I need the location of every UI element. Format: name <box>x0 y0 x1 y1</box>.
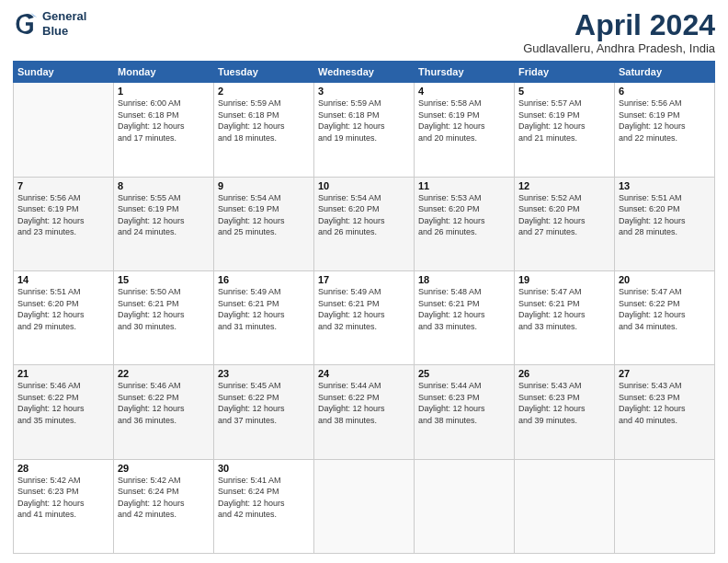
day-number: 14 <box>17 274 109 285</box>
title-block: April 2024 Gudlavalleru, Andhra Pradesh,… <box>523 9 715 55</box>
day-number: 25 <box>418 368 510 379</box>
cell-info: and 26 minutes. <box>318 226 410 238</box>
cell-info: and 19 minutes. <box>318 132 410 144</box>
cell-info: Sunset: 6:19 PM <box>17 203 109 215</box>
day-number: 11 <box>418 180 510 191</box>
cell-info: Sunrise: 5:56 AM <box>619 98 711 109</box>
table-row: 17Sunrise: 5:49 AMSunset: 6:21 PMDayligh… <box>314 270 415 364</box>
cell-info: Sunset: 6:24 PM <box>218 486 310 498</box>
cell-info: Daylight: 12 hours <box>17 403 109 415</box>
cell-info: Sunrise: 5:46 AM <box>17 380 109 392</box>
cell-info: Daylight: 12 hours <box>518 309 610 321</box>
table-row <box>314 459 415 553</box>
cell-info: Daylight: 12 hours <box>118 403 210 415</box>
cell-info: and 18 minutes. <box>218 132 310 144</box>
header-tuesday: Tuesday <box>214 62 314 83</box>
logo-icon <box>13 11 39 37</box>
calendar-week-row: 21Sunrise: 5:46 AMSunset: 6:22 PMDayligh… <box>14 365 715 459</box>
cell-info: and 38 minutes. <box>318 415 410 427</box>
cell-info: and 33 minutes. <box>418 321 510 333</box>
day-number: 15 <box>118 274 210 285</box>
cell-info: Daylight: 12 hours <box>118 121 210 132</box>
day-number: 30 <box>218 463 310 474</box>
cell-info: Daylight: 12 hours <box>619 121 711 132</box>
cell-info: Sunset: 6:19 PM <box>418 109 510 121</box>
cell-info: and 21 minutes. <box>518 132 610 144</box>
table-row: 8Sunrise: 5:55 AMSunset: 6:19 PMDaylight… <box>114 177 214 270</box>
header-saturday: Saturday <box>615 62 715 83</box>
cell-info: and 26 minutes. <box>418 226 510 238</box>
cell-info: Daylight: 12 hours <box>518 403 610 415</box>
cell-info: Sunrise: 5:50 AM <box>118 286 210 298</box>
table-row: 1Sunrise: 6:00 AMSunset: 6:18 PMDaylight… <box>114 83 214 177</box>
cell-info: and 24 minutes. <box>118 226 210 238</box>
month-title: April 2024 <box>523 9 715 41</box>
cell-info: Daylight: 12 hours <box>118 498 210 510</box>
cell-info: Daylight: 12 hours <box>418 121 510 132</box>
table-row: 14Sunrise: 5:51 AMSunset: 6:20 PMDayligh… <box>14 270 114 364</box>
day-number: 3 <box>318 86 410 97</box>
cell-info: Sunset: 6:19 PM <box>619 109 711 121</box>
table-row: 29Sunrise: 5:42 AMSunset: 6:24 PMDayligh… <box>114 459 214 553</box>
cell-info: Sunset: 6:22 PM <box>17 392 109 404</box>
cell-info: Sunrise: 6:00 AM <box>118 98 210 109</box>
cell-info: Sunset: 6:20 PM <box>518 203 610 215</box>
cell-info: Daylight: 12 hours <box>318 215 410 227</box>
day-number: 23 <box>218 368 310 379</box>
header-wednesday: Wednesday <box>314 62 415 83</box>
page: GeneralBlue April 2024 Gudlavalleru, And… <box>0 0 728 563</box>
day-number: 7 <box>17 180 109 191</box>
cell-info: Sunset: 6:18 PM <box>318 109 410 121</box>
cell-info: Daylight: 12 hours <box>619 403 711 415</box>
cell-info: Daylight: 12 hours <box>218 309 310 321</box>
header-friday: Friday <box>515 62 615 83</box>
cell-info: Sunrise: 5:44 AM <box>318 380 410 392</box>
cell-info: Daylight: 12 hours <box>619 309 711 321</box>
day-number: 4 <box>418 86 510 97</box>
cell-info: Daylight: 12 hours <box>118 309 210 321</box>
table-row <box>615 459 715 553</box>
cell-info: Daylight: 12 hours <box>218 121 310 132</box>
table-row: 23Sunrise: 5:45 AMSunset: 6:22 PMDayligh… <box>214 365 314 459</box>
cell-info: Sunrise: 5:43 AM <box>619 380 711 392</box>
header: GeneralBlue April 2024 Gudlavalleru, And… <box>13 9 715 55</box>
cell-info: Sunset: 6:22 PM <box>218 392 310 404</box>
cell-info: Daylight: 12 hours <box>118 215 210 227</box>
day-number: 5 <box>518 86 610 97</box>
logo-text: GeneralBlue <box>42 9 86 38</box>
cell-info: Sunset: 6:19 PM <box>518 109 610 121</box>
calendar-table: Sunday Monday Tuesday Wednesday Thursday… <box>13 61 715 554</box>
cell-info: and 41 minutes. <box>17 509 109 521</box>
cell-info: Sunrise: 5:52 AM <box>518 192 610 204</box>
cell-info: and 40 minutes. <box>619 415 711 427</box>
cell-info: Sunset: 6:21 PM <box>318 298 410 310</box>
cell-info: Sunset: 6:18 PM <box>118 109 210 121</box>
table-row <box>14 83 114 177</box>
cell-info: Sunset: 6:21 PM <box>518 298 610 310</box>
table-row: 3Sunrise: 5:59 AMSunset: 6:18 PMDaylight… <box>314 83 415 177</box>
cell-info: Sunrise: 5:44 AM <box>418 380 510 392</box>
cell-info: and 37 minutes. <box>218 415 310 427</box>
table-row: 19Sunrise: 5:47 AMSunset: 6:21 PMDayligh… <box>515 270 615 364</box>
cell-info: and 22 minutes. <box>619 132 711 144</box>
cell-info: Sunset: 6:22 PM <box>318 392 410 404</box>
cell-info: and 35 minutes. <box>17 415 109 427</box>
cell-info: Sunset: 6:21 PM <box>218 298 310 310</box>
cell-info: Daylight: 12 hours <box>17 498 109 510</box>
cell-info: Daylight: 12 hours <box>318 309 410 321</box>
cell-info: Sunrise: 5:45 AM <box>218 380 310 392</box>
cell-info: and 20 minutes. <box>418 132 510 144</box>
cell-info: Daylight: 12 hours <box>17 309 109 321</box>
cell-info: Sunset: 6:21 PM <box>118 298 210 310</box>
cell-info: Sunrise: 5:47 AM <box>518 286 610 298</box>
cell-info: Sunrise: 5:48 AM <box>418 286 510 298</box>
cell-info: Sunrise: 5:46 AM <box>118 380 210 392</box>
day-number: 6 <box>619 86 711 97</box>
cell-info: and 17 minutes. <box>118 132 210 144</box>
table-row: 13Sunrise: 5:51 AMSunset: 6:20 PMDayligh… <box>615 177 715 270</box>
cell-info: Sunrise: 5:57 AM <box>518 98 610 109</box>
table-row: 18Sunrise: 5:48 AMSunset: 6:21 PMDayligh… <box>415 270 515 364</box>
calendar-week-row: 14Sunrise: 5:51 AMSunset: 6:20 PMDayligh… <box>14 270 715 364</box>
day-number: 12 <box>518 180 610 191</box>
cell-info: Daylight: 12 hours <box>418 403 510 415</box>
